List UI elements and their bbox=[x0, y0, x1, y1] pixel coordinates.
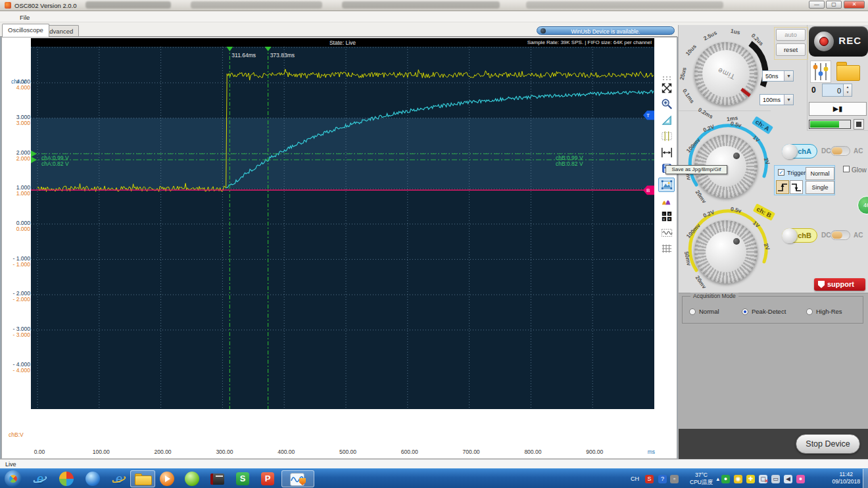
rising-edge-icon bbox=[777, 181, 788, 193]
vertical-cursors-icon[interactable] bbox=[658, 130, 675, 144]
support-button[interactable]: support bbox=[814, 278, 865, 291]
clock-date: 09/10/2018 bbox=[832, 478, 860, 485]
help-icon[interactable]: ? bbox=[658, 475, 667, 483]
chb-enable-toggle[interactable]: chB bbox=[782, 228, 817, 243]
math-functions-icon[interactable]: -+x= bbox=[658, 210, 675, 224]
tooltip: Save as Jpg/Bmp/Gif bbox=[665, 165, 727, 174]
taskbar-clock[interactable]: 11:4209/10/2018 bbox=[832, 471, 860, 485]
stop-device-button[interactable]: Stop Device bbox=[796, 434, 860, 454]
save-image-icon[interactable] bbox=[658, 178, 675, 192]
zoom-in-icon[interactable] bbox=[658, 97, 675, 112]
antivirus-icon[interactable]: ✚ bbox=[746, 475, 755, 483]
record-button[interactable] bbox=[814, 32, 834, 51]
title-bar: OSC802 Version 2.0.0 — ▢ ✕ bbox=[0, 0, 868, 11]
spinner-arrows[interactable]: ▲▼ bbox=[843, 84, 852, 96]
minimize-button[interactable]: — bbox=[809, 1, 825, 9]
level-label-left: chA:0.82 V bbox=[41, 160, 69, 167]
show-desktop-button[interactable] bbox=[863, 469, 868, 488]
taskbar-media-player[interactable] bbox=[157, 470, 178, 487]
timebase-combo[interactable]: 50ns ▼ bbox=[762, 70, 794, 82]
radio-peak-detect[interactable] bbox=[742, 308, 748, 315]
glow-checkbox[interactable] bbox=[843, 166, 850, 172]
radio-normal[interactable] bbox=[689, 308, 696, 315]
chb-coupling-switch[interactable] bbox=[831, 230, 850, 240]
highlight-band bbox=[31, 118, 654, 189]
book-icon bbox=[210, 474, 224, 485]
chb-scale-labels: 20mv50mv100mv0.2V0.5v1V2V bbox=[677, 203, 775, 301]
tray-expand-caret[interactable]: ▴ bbox=[716, 476, 719, 483]
cursor-handle-icon[interactable] bbox=[226, 47, 233, 51]
taskbar-start-menu[interactable] bbox=[3, 470, 24, 487]
volume-icon[interactable]: ◀ bbox=[784, 475, 792, 483]
trigger-normal-button[interactable]: Normal bbox=[806, 167, 834, 180]
y-tick-chb: 3.000 bbox=[4, 120, 30, 126]
svg-text:=: = bbox=[668, 217, 670, 221]
drag-handle-icon[interactable] bbox=[662, 76, 671, 80]
spectrum-icon[interactable] bbox=[658, 194, 675, 208]
taskbar-wps-spreadsheet[interactable]: S bbox=[232, 470, 253, 487]
bell-icon[interactable]: ◉ bbox=[734, 475, 742, 483]
progress-fill bbox=[810, 121, 839, 128]
trigger-marker-label: T bbox=[646, 112, 650, 118]
buffer-progress-bar bbox=[809, 120, 851, 129]
auto-button[interactable]: auto bbox=[776, 29, 806, 41]
trigger-checkbox[interactable]: ✓ bbox=[778, 169, 784, 176]
cha-enable-toggle[interactable]: chA bbox=[782, 144, 817, 159]
taskbar-wps-presentation[interactable]: P bbox=[257, 470, 278, 487]
cha-dc-label: DC bbox=[821, 147, 831, 155]
book-pages-icon bbox=[216, 476, 223, 477]
time-knob-scale-label: 0.2us bbox=[750, 32, 765, 47]
display-icon[interactable]: ▭ bbox=[771, 475, 780, 483]
taskbar-dictionary-app[interactable] bbox=[206, 470, 228, 487]
close-button[interactable]: ✕ bbox=[844, 1, 865, 9]
horizontal-cursors-icon[interactable] bbox=[658, 146, 675, 160]
cha-coupling-switch[interactable] bbox=[831, 146, 850, 156]
taskbar-green-app[interactable] bbox=[181, 470, 203, 487]
notification-badge[interactable]: 46 bbox=[857, 196, 868, 214]
trigger-single-button[interactable]: Single bbox=[806, 181, 834, 194]
falling-edge-button[interactable] bbox=[790, 180, 803, 194]
play-orb-icon bbox=[160, 472, 174, 486]
scope-status-strip: State: Live Sample Rate: 39K SPS. | FIFO… bbox=[31, 38, 654, 47]
chb-dc-label: DC bbox=[821, 232, 831, 239]
mixer-button[interactable] bbox=[810, 61, 831, 83]
cursor-handle-icon[interactable] bbox=[265, 47, 272, 51]
explorer-folder-icon bbox=[135, 476, 152, 485]
pink-tray-icon[interactable]: ● bbox=[796, 475, 805, 483]
radio-high-res[interactable] bbox=[806, 308, 813, 315]
mini-tool-icon[interactable]: ▫ bbox=[670, 475, 679, 483]
taskbar-browser-blue-orb[interactable] bbox=[82, 470, 103, 487]
record-length-combo[interactable]: 100ms ▼ bbox=[760, 94, 794, 105]
network-icon[interactable]: ▢✕ bbox=[759, 475, 767, 483]
ruler-triangle-icon[interactable] bbox=[658, 114, 675, 128]
taskbar-oscilloscope-app[interactable] bbox=[281, 470, 314, 487]
sogou-input-icon[interactable]: S bbox=[645, 475, 654, 483]
reset-button[interactable]: reset bbox=[776, 43, 806, 56]
menu-item-file[interactable]: File bbox=[17, 13, 32, 22]
open-folder-button[interactable] bbox=[836, 62, 860, 82]
chevron-down-icon: ▼ bbox=[784, 71, 793, 81]
taskbar-file-explorer[interactable] bbox=[130, 470, 155, 487]
cha-toggle-label: chA bbox=[798, 147, 811, 155]
play-step-button[interactable]: ▶▮ bbox=[809, 102, 867, 116]
fit-screen-icon[interactable] bbox=[658, 82, 675, 96]
tab-oscilloscope[interactable]: Oscilloscope bbox=[2, 24, 49, 37]
maximize-button[interactable]: ▢ bbox=[826, 1, 842, 9]
waveform-box-icon[interactable] bbox=[658, 226, 675, 241]
taskbar-browser-pinwheel[interactable] bbox=[56, 470, 77, 487]
taskbar-internet-explorer[interactable]: e bbox=[30, 470, 51, 487]
network-error-badge: ✕ bbox=[764, 477, 769, 485]
x-tick: 900.00 bbox=[580, 449, 609, 455]
scope-display[interactable]: chA:0.99 VchB:0.99 VchA:0.82 VchB:0.82 V… bbox=[31, 47, 654, 409]
grid-table-icon[interactable] bbox=[658, 242, 675, 256]
language-indicator[interactable]: CH bbox=[631, 476, 639, 483]
rising-edge-button[interactable] bbox=[776, 180, 789, 194]
stop-square-button[interactable] bbox=[854, 119, 864, 130]
toggle-knob bbox=[782, 144, 797, 159]
x-tick: 500.00 bbox=[333, 449, 362, 455]
folder-icon bbox=[836, 65, 860, 81]
mixer-icon bbox=[811, 61, 831, 82]
taskbar-internet-explorer-gold[interactable]: e bbox=[108, 470, 130, 487]
green-tray-icon[interactable]: ● bbox=[721, 475, 730, 483]
frame-spinbox[interactable]: 0 ▲▼ bbox=[822, 84, 852, 97]
